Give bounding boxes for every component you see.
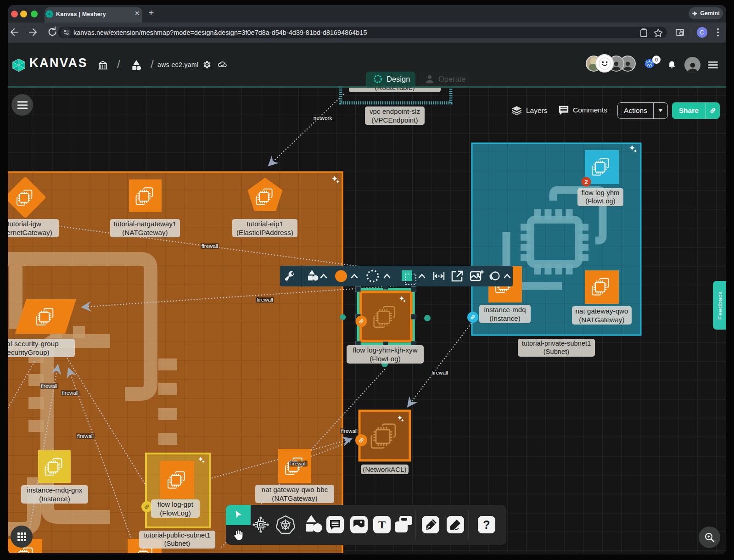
svg-text:2: 2 — [584, 179, 588, 185]
